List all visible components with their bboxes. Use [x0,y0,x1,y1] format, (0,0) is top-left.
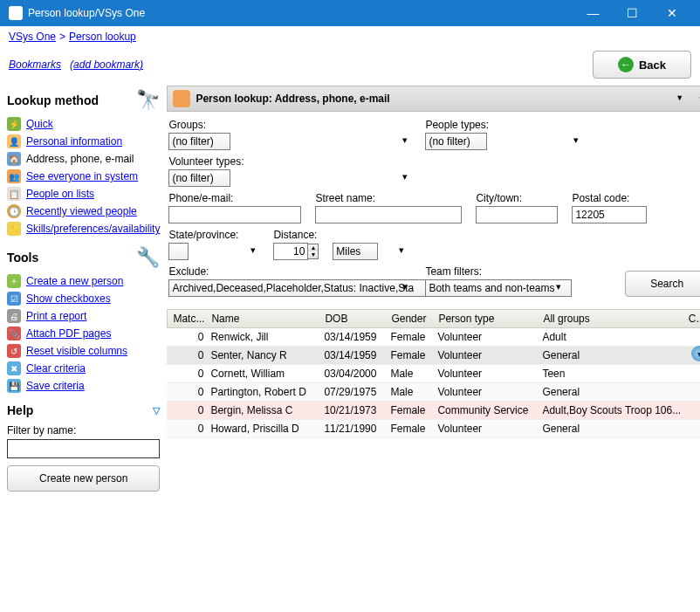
distance-label: Distance: [273,229,319,241]
minimize-button[interactable]: — [573,0,613,26]
panel-person-icon [173,90,190,107]
results-grid: Matc... Name DOB Gender Person type All … [167,309,700,438]
printer-icon: 🖨 [7,309,21,323]
content: Person lookup: Address, phone, e-mail ▼ … [167,86,700,612]
people-types-select[interactable]: (no filter) [425,133,487,150]
reset-icon: ↺ [7,344,21,358]
state-province-label: State/province: [168,229,259,241]
distance-input[interactable] [273,243,308,260]
groups-label: Groups: [168,119,411,131]
list-icon: 📋 [7,187,21,201]
tool-reset-columns[interactable]: ↺Reset visible columns [7,342,160,360]
bookmarks-link[interactable]: Bookmarks [9,58,61,71]
lookup-method-heading: Lookup method 🔭 [7,89,160,112]
tool-attach-pdf[interactable]: 📎Attach PDF pages [7,325,160,342]
street-name-label: Street name: [315,192,462,204]
distance-spinner[interactable]: ▲▼ [308,244,319,259]
checkbox-icon: ☑ [7,292,21,306]
table-row[interactable]: 0Senter, Nancy R03/14/1959FemaleVoluntee… [167,347,700,365]
clock-icon: 🕒 [7,204,21,218]
col-all-groups[interactable]: All groups [539,310,683,327]
col-dob[interactable]: DOB [321,310,388,327]
nav-personal-info[interactable]: 👤Personal information [7,133,160,150]
window-title: Person lookup/VSys One [28,7,573,19]
nav-address[interactable]: 🏠Address, phone, e-mail [7,150,160,168]
tool-save-criteria[interactable]: 💾Save criteria [7,377,160,395]
search-button[interactable]: Search [625,271,700,297]
col-match[interactable]: Matc... [168,310,208,327]
tool-create-person[interactable]: ＋Create a new person [7,272,160,290]
team-filters-select[interactable]: Both teams and non-teams [425,279,572,297]
nav-quick[interactable]: ⚡Quick [7,115,160,133]
people-types-label: People types: [425,119,582,131]
breadcrumb-root[interactable]: VSys One [9,31,56,43]
maximize-button[interactable]: ☐ [613,0,652,26]
house-icon: 🏠 [7,152,21,166]
nav-people-on-lists[interactable]: 📋People on lists [7,185,160,203]
col-gender[interactable]: Gender [388,310,435,327]
panel-title: Person lookup: Address, phone, e-mail [196,93,389,105]
distance-unit-select[interactable]: Miles [333,243,378,260]
street-name-input[interactable] [315,206,462,223]
filter-by-name-label: Filter by name: [7,424,160,437]
help-heading[interactable]: Help ▽ [7,403,160,417]
sidebar: Lookup method 🔭 ⚡Quick 👤Personal informa… [0,86,167,612]
filter-funnel-icon[interactable]: ▾ [691,346,700,361]
back-arrow-icon: ← [618,57,634,72]
app-icon: ✔ [9,6,23,20]
breadcrumb-current[interactable]: Person lookup [69,31,136,43]
tool-clear-criteria[interactable]: ✖Clear criteria [7,360,160,377]
exclude-select[interactable]: Archived,Deceased,Placeholder,Status: In… [168,279,430,297]
chevron-down-icon: ▽ [153,405,160,416]
volunteer-types-select[interactable]: (no filter) [168,169,230,187]
close-button[interactable]: ✕ [652,0,691,26]
wand-icon: ✨ [7,222,21,236]
col-person-type[interactable]: Person type [435,310,539,327]
filters: Groups: (no filter) People types: (no fi… [167,112,700,306]
tool-print-report[interactable]: 🖨Print a report [7,307,160,325]
city-town-label: City/town: [476,192,558,204]
nav-everyone[interactable]: 👥See everyone in system [7,168,160,185]
table-row[interactable]: 0Partington, Robert D07/29/1975MaleVolun… [167,383,700,402]
breadcrumb: VSys One > Person lookup [0,26,700,47]
group-icon: 👥 [7,169,21,183]
titlebar: ✔ Person lookup/VSys One — ☐ ✕ [0,0,700,26]
lightning-icon: ⚡ [7,117,21,131]
tools-heading: Tools 🔧 [7,246,160,269]
tool-show-checkboxes[interactable]: ☑Show checkboxes [7,290,160,307]
groups-select[interactable]: (no filter) [168,133,230,150]
nav-recently-viewed[interactable]: 🕒Recently viewed people [7,203,160,220]
binoculars-icon: 🔭 [136,89,160,112]
panel-header: Person lookup: Address, phone, e-mail ▼ … [167,86,700,112]
bookmarks-bar: Bookmarks (add bookmark) [9,58,143,71]
grid-header[interactable]: Matc... Name DOB Gender Person type All … [167,309,700,328]
state-province-select[interactable] [168,243,189,260]
table-row[interactable]: 0Howard, Priscilla D11/21/1990FemaleVolu… [167,420,700,438]
clear-icon: ✖ [7,361,21,375]
back-button-label: Back [639,58,666,72]
panel-dropdown-icon[interactable]: ▼ [676,93,683,102]
filter-by-name-input[interactable] [7,439,160,458]
phone-email-label: Phone/e-mail: [168,192,301,204]
add-bookmark-link[interactable]: (add bookmark) [70,58,143,71]
volunteer-types-label: Volunteer types: [168,155,411,168]
pdf-icon: 📎 [7,327,21,340]
nav-skills[interactable]: ✨Skills/preferences/availability [7,220,160,237]
create-new-person-button[interactable]: Create new person [7,465,160,492]
table-row[interactable]: 0Cornett, William03/04/2000MaleVolunteer… [167,365,700,383]
table-row[interactable]: 0Bergin, Melissa C10/21/1973FemaleCommun… [167,402,700,420]
postal-code-input[interactable] [572,206,647,223]
phone-email-input[interactable] [168,206,301,223]
save-icon: 💾 [7,379,21,393]
person-icon: 👤 [7,134,21,148]
back-button[interactable]: ← Back [593,51,691,79]
postal-code-label: Postal code: [572,192,647,204]
new-person-icon: ＋ [7,274,21,288]
exclude-label: Exclude: [168,265,411,278]
breadcrumb-sep: > [59,31,65,43]
table-row[interactable]: 0Renwick, Jill03/14/1959FemaleVolunteerA… [167,328,700,347]
col-name[interactable]: Name [208,310,321,327]
city-town-input[interactable] [476,206,558,223]
team-filters-label: Team filters: [425,265,565,278]
col-c[interactable]: C... [683,310,700,327]
